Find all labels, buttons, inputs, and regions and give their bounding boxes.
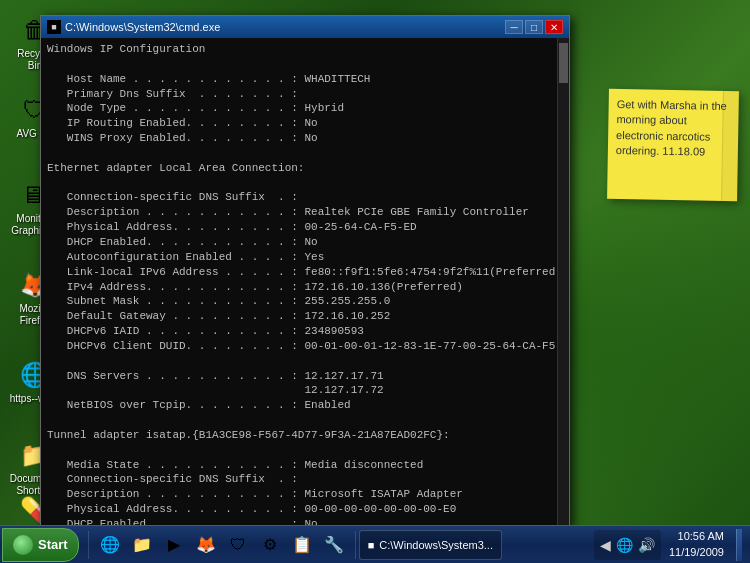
taskbar-icon-ie[interactable]: 🌐 xyxy=(96,531,124,559)
taskbar-icon-firefox[interactable]: 🦊 xyxy=(192,531,220,559)
cmd-window: ■ C:\Windows\System32\cmd.exe ─ □ ✕ Wind… xyxy=(40,15,570,529)
start-label: Start xyxy=(38,537,68,552)
taskbar-icon-app2[interactable]: 📋 xyxy=(288,531,316,559)
taskbar-divider-2 xyxy=(355,531,356,559)
cmd-minimize-button[interactable]: ─ xyxy=(505,20,523,34)
cmd-content: Windows IP Configuration Host Name . . .… xyxy=(41,38,569,528)
system-clock[interactable]: 10:56 AM 11/19/2009 xyxy=(669,529,724,560)
cmd-title: C:\Windows\System32\cmd.exe xyxy=(65,21,220,33)
taskbar-active-cmd[interactable]: ■ C:\Windows\System3... xyxy=(359,530,502,560)
sticky-note: Get with Marsha in the morning about ele… xyxy=(607,89,739,201)
tray-network-icon[interactable]: 🌐 xyxy=(616,537,633,553)
taskbar-icon-app1[interactable]: ⚙ xyxy=(256,531,284,559)
cmd-title-area: ■ C:\Windows\System32\cmd.exe xyxy=(47,20,220,34)
cmd-scrollbar-thumb[interactable] xyxy=(559,43,568,83)
cmd-output: Windows IP Configuration Host Name . . .… xyxy=(47,42,563,528)
taskbar-right: ◀ 🌐 🔊 10:56 AM 11/19/2009 xyxy=(594,529,750,561)
clock-date: 11/19/2009 xyxy=(669,545,724,560)
taskbar-icon-security[interactable]: 🛡 xyxy=(224,531,252,559)
tray-volume-icon[interactable]: 🔊 xyxy=(638,537,655,553)
sticky-note-handle xyxy=(721,91,739,201)
cmd-close-button[interactable]: ✕ xyxy=(545,20,563,34)
taskbar-divider-1 xyxy=(88,531,89,559)
desktop: 🗑 Recycle Bin 🛡 AVG 9.0 🖥 Monitor Graphi… xyxy=(0,0,750,563)
cmd-icon: ■ xyxy=(47,20,61,34)
taskbar-icon-app3[interactable]: 🔧 xyxy=(320,531,348,559)
cmd-task-label: C:\Windows\System3... xyxy=(379,539,493,551)
taskbar-icon-folder[interactable]: 📁 xyxy=(128,531,156,559)
cmd-scrollbar[interactable] xyxy=(557,38,569,528)
system-tray: ◀ 🌐 🔊 xyxy=(594,530,661,560)
taskbar-pinned-icons: 🌐 📁 ▶ 🦊 🛡 ⚙ 📋 🔧 xyxy=(92,531,352,559)
taskbar: Start 🌐 📁 ▶ 🦊 🛡 ⚙ 📋 🔧 ■ C:\Windows\Syste… xyxy=(0,525,750,563)
start-orb xyxy=(13,535,33,555)
tray-arrow-icon[interactable]: ◀ xyxy=(600,537,611,553)
sticky-note-text: Get with Marsha in the morning about ele… xyxy=(616,97,731,161)
cmd-task-icon: ■ xyxy=(368,539,375,551)
clock-time: 10:56 AM xyxy=(669,529,724,544)
start-button[interactable]: Start xyxy=(2,528,79,562)
cmd-controls: ─ □ ✕ xyxy=(505,20,563,34)
show-desktop-button[interactable] xyxy=(736,529,742,561)
cmd-maximize-button[interactable]: □ xyxy=(525,20,543,34)
cmd-titlebar[interactable]: ■ C:\Windows\System32\cmd.exe ─ □ ✕ xyxy=(41,16,569,38)
taskbar-icon-media[interactable]: ▶ xyxy=(160,531,188,559)
